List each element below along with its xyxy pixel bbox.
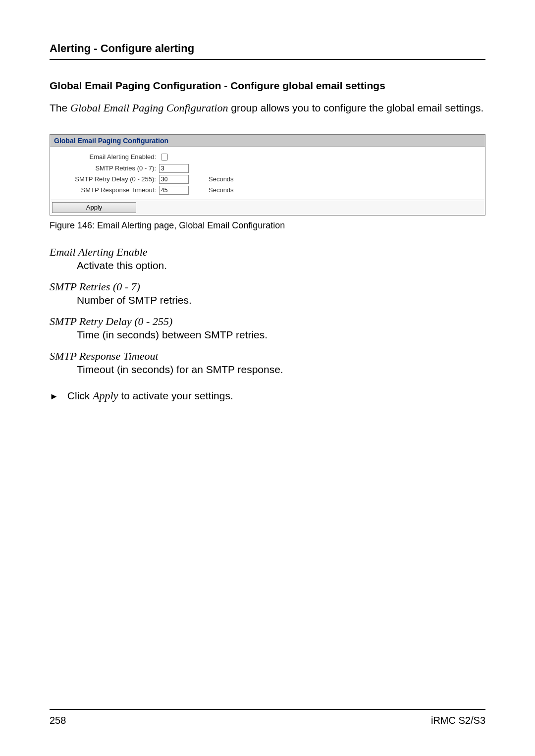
section-heading: Global Email Paging Configuration - Conf… <box>50 80 485 92</box>
row-smtp-retries: SMTP Retries (0 - 7): <box>55 164 480 173</box>
row-email-enabled: Email Alerting Enabled: <box>55 152 480 162</box>
intro-paragraph: The Global Email Paging Configuration gr… <box>50 101 485 115</box>
label-smtp-timeout: SMTP Response Timeout: <box>55 186 159 194</box>
unit-smtp-timeout: Seconds <box>209 186 234 194</box>
def-desc: Time (in seconds) between SMTP retries. <box>77 329 485 341</box>
intro-suffix: group allows you to configure the global… <box>228 102 483 113</box>
def-term: SMTP Response Timeout <box>50 350 485 363</box>
row-smtp-delay: SMTP Retry Delay (0 - 255): Seconds <box>55 175 480 184</box>
def-term: Email Alerting Enable <box>50 246 485 259</box>
config-panel: Global Email Paging Configuration Email … <box>50 134 485 216</box>
page-number: 258 <box>50 715 66 726</box>
input-smtp-delay[interactable] <box>159 175 189 184</box>
label-smtp-retries: SMTP Retries (0 - 7): <box>55 164 159 172</box>
page-footer: 258 iRMC S2/S3 <box>50 709 485 726</box>
page-header-title: Alerting - Configure alerting <box>50 42 485 55</box>
unit-smtp-delay: Seconds <box>209 175 234 183</box>
footer-rule <box>50 709 485 710</box>
triangle-bullet-icon: ► <box>50 389 58 403</box>
action-suffix: to activate your settings. <box>118 390 233 401</box>
row-smtp-timeout: SMTP Response Timeout: Seconds <box>55 186 480 195</box>
action-line: ► Click Apply to activate your settings. <box>50 389 485 403</box>
intro-italic: Global Email Paging Configuration <box>70 102 228 114</box>
panel-title: Global Email Paging Configuration <box>50 135 485 147</box>
input-smtp-retries[interactable] <box>159 164 189 173</box>
def-desc: Timeout (in seconds) for an SMTP respons… <box>77 364 485 376</box>
def-term: SMTP Retry Delay (0 - 255) <box>50 315 485 328</box>
action-prefix: Click <box>67 390 93 401</box>
apply-button[interactable]: Apply <box>52 202 136 213</box>
label-smtp-delay: SMTP Retry Delay (0 - 255): <box>55 175 159 183</box>
def-desc: Number of SMTP retries. <box>77 294 485 306</box>
checkbox-email-enabled[interactable] <box>161 154 168 161</box>
def-desc: Activate this option. <box>77 260 485 271</box>
action-italic: Apply <box>93 389 118 402</box>
intro-prefix: The <box>50 102 70 113</box>
doc-id: iRMC S2/S3 <box>431 715 485 726</box>
header-rule <box>50 59 485 60</box>
page-container: Alerting - Configure alerting Global Ema… <box>0 0 535 756</box>
def-term: SMTP Retries (0 - 7) <box>50 280 485 293</box>
input-smtp-timeout[interactable] <box>159 186 189 195</box>
label-email-enabled: Email Alerting Enabled: <box>55 153 159 161</box>
figure-caption: Figure 146: Email Alerting page, Global … <box>50 220 485 231</box>
panel-footer: Apply <box>50 200 485 215</box>
definition-list: Email Alerting Enable Activate this opti… <box>50 246 485 376</box>
panel-body: Email Alerting Enabled: SMTP Retries (0 … <box>50 147 485 200</box>
action-text: Click Apply to activate your settings. <box>67 389 233 402</box>
